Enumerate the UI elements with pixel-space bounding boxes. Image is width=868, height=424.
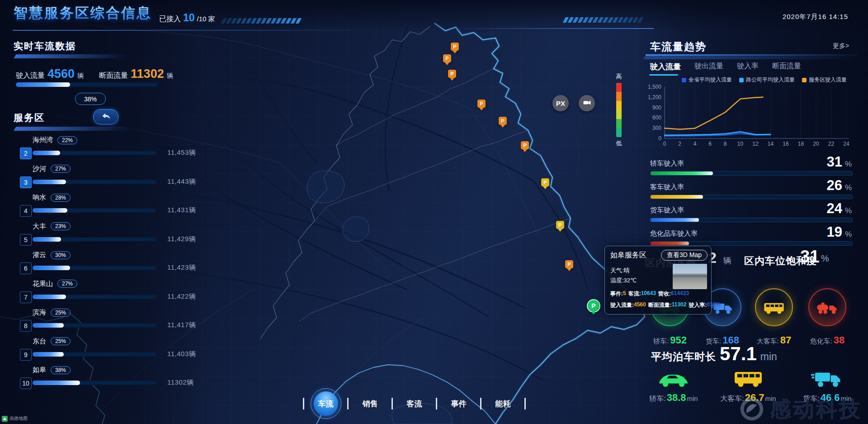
heat-legend-low: 低 <box>611 139 627 148</box>
bottom-tab-active[interactable]: 车流 <box>304 388 347 419</box>
legend-swatch <box>739 78 744 82</box>
bottom-tab-label: 客流 <box>407 399 422 409</box>
bottom-tab-bar: 车流销售客流事件能耗 <box>303 387 526 420</box>
trend-tab-active[interactable]: 驶入流量 <box>650 62 681 76</box>
service-area-map-pin-yellow[interactable]: P <box>541 178 549 186</box>
map-lake <box>307 171 344 203</box>
avg-parking-unit: min <box>760 351 777 363</box>
service-area-percent-badge: 23% <box>51 222 71 230</box>
bottom-tab-item[interactable]: 销售 <box>349 399 392 409</box>
service-area-row[interactable]: 大丰 23% 5 11,429辆 <box>20 222 210 248</box>
entry-rate-bar-fill <box>651 218 699 222</box>
service-area-map-pin-orange[interactable]: P <box>499 117 507 125</box>
bottom-tab-item[interactable]: 客流 <box>393 399 436 409</box>
entry-rate-bar-track <box>650 171 853 176</box>
entry-rate-value-box: 31 % <box>826 154 852 170</box>
stat-value: 11302 <box>131 67 164 81</box>
service-area-map-pin-orange[interactable]: P <box>521 141 529 149</box>
service-area-bar-fill <box>33 295 66 299</box>
service-area-rank-badge: 8 <box>20 320 32 332</box>
map-boundary <box>299 218 571 321</box>
service-area-row[interactable]: 东台 25% 9 11,403辆 <box>20 337 210 363</box>
service-area-bar-track <box>33 381 157 385</box>
trend-tab-item[interactable]: 驶入率 <box>737 62 759 76</box>
service-area-traffic-value: 11,403辆 <box>167 350 196 358</box>
entry-rate-unit: % <box>845 206 852 215</box>
bottom-tab-label: 销售 <box>363 399 378 409</box>
service-area-map-pin-orange[interactable]: P <box>448 70 456 78</box>
entry-rate-value-box: 24 % <box>826 200 852 217</box>
service-area-row[interactable]: 海州湾 22% 2 11,453辆 <box>20 136 210 162</box>
heat-legend-colorbar <box>616 83 622 137</box>
inflow-progress-fill <box>16 82 70 87</box>
entry-rate-value-box: 26 % <box>826 177 852 194</box>
service-area-name: 海州湾 <box>33 136 53 144</box>
service-area-bar-fill <box>33 266 70 270</box>
service-area-row[interactable]: 如皋 38% 10 11302辆 <box>20 366 210 392</box>
heat-legend-high: 高 <box>611 72 627 81</box>
svg-text:0: 0 <box>658 135 661 142</box>
service-area-map-pin-yellow[interactable]: P <box>556 221 564 229</box>
camera-layer-button[interactable] <box>579 95 595 111</box>
service-area-row[interactable]: 滨海 25% 8 11,417辆 <box>20 308 210 334</box>
connected-value: 10 <box>183 12 195 24</box>
stat-value: 4560 <box>47 67 75 81</box>
car-icon <box>657 368 690 388</box>
svg-text:1,200: 1,200 <box>648 94 661 100</box>
service-area-row[interactable]: 沙河 27% 3 11,443辆 <box>20 165 210 191</box>
service-area-traffic-value: 11,453辆 <box>167 148 196 157</box>
service-area-map-pin-orange[interactable]: P <box>443 54 451 62</box>
service-area-traffic-value: 11,422辆 <box>167 292 196 301</box>
header-decor-stripes-right <box>564 17 642 23</box>
service-area-traffic-value: 11,431辆 <box>167 206 196 214</box>
service-area-name: 如皋 <box>33 366 46 374</box>
back-button[interactable] <box>93 109 118 124</box>
section-wedge <box>14 127 152 131</box>
saturation-value: 31 <box>800 247 819 267</box>
service-area-bar-track <box>33 208 157 213</box>
svg-text:300: 300 <box>652 125 661 131</box>
vendor-watermark-text: 感动科技 <box>770 395 863 424</box>
tooltip-title: 如皋服务区 <box>610 251 646 260</box>
svg-text:6: 6 <box>708 141 712 147</box>
service-area-bar-track <box>33 295 157 299</box>
more-link[interactable]: 更多> <box>833 42 849 50</box>
map-boundary <box>336 69 494 146</box>
bottom-tab-item[interactable]: 事件 <box>437 399 480 409</box>
svg-text:16: 16 <box>783 141 789 147</box>
trend-tab-item[interactable]: 驶出流量 <box>694 62 723 76</box>
page-title: 智慧服务区综合信息 <box>14 4 152 23</box>
parking-time-value: 38.8 <box>667 392 686 403</box>
service-area-row[interactable]: 花果山 27% 7 11,422辆 <box>20 280 210 306</box>
header-divider-left <box>13 30 353 31</box>
service-area-map-pin-orange[interactable]: P <box>451 43 459 51</box>
vendor-logo-icon <box>740 397 764 423</box>
section-wedge <box>643 56 857 59</box>
service-area-map-pin-orange[interactable]: P <box>565 260 573 268</box>
service-area-bar-track <box>33 352 157 357</box>
svg-text:0: 0 <box>663 141 666 147</box>
service-area-name: 滨海 <box>33 308 46 317</box>
bottom-tab-item[interactable]: 能耗 <box>481 399 524 409</box>
trend-tabs: 驶入流量驶出流量驶入率断面流量 <box>650 62 801 76</box>
service-area-bar-fill <box>33 208 67 213</box>
vendor-watermark: 感动科技 <box>740 395 863 424</box>
tooltip-metric-label: 事件: <box>610 290 623 298</box>
stat-unit: 辆 <box>77 72 84 80</box>
entry-rate-value: 31 <box>826 154 842 170</box>
parking-count-unit: 辆 <box>723 255 731 266</box>
view-3d-map-button[interactable]: 查看3D Map <box>661 250 708 261</box>
service-area-map-pin-green[interactable]: P <box>587 299 600 313</box>
tooltip-weather: 天气:晴 <box>610 267 630 275</box>
service-area-row[interactable]: 响水 28% 4 11,431辆 <box>20 193 210 219</box>
connected-label: 已接入 <box>159 14 181 24</box>
svg-text:22: 22 <box>828 141 835 147</box>
truck-icon <box>811 368 844 388</box>
trend-tab-item[interactable]: 断面流量 <box>772 62 801 76</box>
service-area-traffic-value: 11,423辆 <box>167 263 196 272</box>
px-layer-button[interactable]: PX <box>552 95 569 111</box>
service-area-percent-badge: 28% <box>51 194 71 202</box>
service-area-row[interactable]: 灌云 30% 6 11,423辆 <box>20 251 210 277</box>
section-wedge <box>14 54 147 58</box>
service-area-map-pin-orange[interactable]: P <box>477 100 486 108</box>
